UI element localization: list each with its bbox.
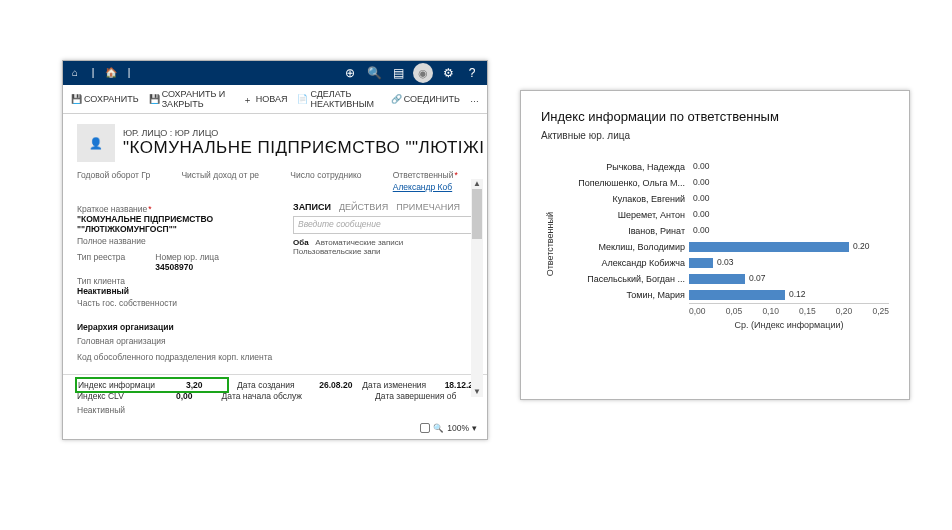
crm-titlebar: ⌂ | 🏠 | ⊕ 🔍 ▤ ◉ ⚙ ?: [63, 61, 487, 85]
parent-org-label: Головная организация: [77, 336, 283, 346]
zoom-status: 🔍 100% ▾: [63, 421, 487, 439]
modified-value: 18.12.2: [445, 380, 473, 390]
idx-info-label: Индекс информаци: [78, 380, 178, 390]
chart-bar-row: Пасельський, Богдан ...0.07: [559, 271, 889, 287]
record-status: Неактивный: [77, 405, 473, 415]
chart-bar-row: Томин, Мария0.12: [559, 287, 889, 303]
help-icon[interactable]: ?: [463, 64, 481, 82]
chart-category-label: Шеремет, Антон: [559, 210, 689, 220]
chart-category-label: Пасельський, Богдан ...: [559, 274, 689, 284]
chart-bar-row: Меклиш, Володимир0.20: [559, 239, 889, 255]
scrollbar-thumb[interactable]: [472, 189, 482, 239]
chart-category-label: Кулаков, Евгений: [559, 194, 689, 204]
home-icon[interactable]: 🏠: [105, 67, 117, 79]
legal-num-value: 34508970: [155, 262, 219, 272]
income-label: Чистый доход от ре: [181, 170, 274, 180]
chart-data-label: 0.00: [693, 177, 710, 187]
vertical-scrollbar[interactable]: ▲ ▼: [471, 179, 483, 397]
add-icon[interactable]: ⊕: [341, 64, 359, 82]
chart-title: Индекс информации по ответственным: [541, 109, 889, 124]
chart-data-label: 0.00: [693, 225, 710, 235]
chart-bar: [689, 242, 849, 252]
chart-tick: 0,15: [799, 306, 816, 316]
header-fields: Годовой оборот Гр Чистый доход от ре Чис…: [63, 166, 487, 196]
record-header: 👤 ЮР. ЛИЦО : ЮР ЛИЦО "КОМУНАЛЬНЕ ПІДПРИЄ…: [63, 114, 487, 166]
chart-y-axis-label: Ответственный: [541, 212, 559, 276]
message-input[interactable]: Введите сообщение: [293, 216, 473, 234]
service-end-label: Дата завершения об: [375, 391, 473, 401]
ownership-label: Часть гос. собственности: [77, 298, 283, 308]
crm-window: ⌂ | 🏠 | ⊕ 🔍 ▤ ◉ ⚙ ? 💾СОХРАНИТЬ 💾СОХРАНИТ…: [62, 60, 488, 440]
short-name-value: "КОМУНАЛЬНЕ ПІДПРИЄМСТВО ""ЛЮТІЖКОМУНГОС…: [77, 214, 283, 234]
registry-label: Тип реестра: [77, 252, 125, 262]
record-title: "КОМУНАЛЬНЕ ПІДПРИЄМСТВО ""ЛЮТІЖІ: [123, 138, 484, 158]
chart-bar-row: Александр Кобижча0.03: [559, 255, 889, 271]
deactivate-button[interactable]: 📄СДЕЛАТЬ НЕАКТИВНЫМ: [297, 89, 380, 109]
idx-info-value: 3,20: [186, 380, 226, 390]
service-start-label: Дата начала обслуж: [222, 391, 320, 401]
tab-actions[interactable]: ДЕЙСТВИЯ: [339, 202, 388, 212]
breadcrumb: ЮР. ЛИЦО : ЮР ЛИЦО: [123, 128, 484, 138]
hierarchy-heading: Иерархия организации: [77, 322, 283, 332]
filter-icon[interactable]: ▤: [389, 64, 407, 82]
activity-pane: ЗАПИСИ ДЕЙСТВИЯ ПРИМЕЧАНИЯ Введите сообщ…: [293, 202, 473, 374]
chart-category-label: Меклиш, Володимир: [559, 242, 689, 252]
record-details: Краткое название "КОМУНАЛЬНЕ ПІДПРИЄМСТВ…: [77, 202, 283, 374]
chart-card: Индекс информации по ответственным Актив…: [520, 90, 910, 400]
modified-label: Дата изменения: [362, 380, 434, 390]
chart-bars: Рычкова, Надежда0.00Попелюшенко, Ольга М…: [559, 159, 889, 303]
created-value: 26.08.20: [319, 380, 352, 390]
avatar[interactable]: ◉: [413, 63, 433, 83]
crm-toolbar: 💾СОХРАНИТЬ 💾СОХРАНИТЬ И ЗАКРЫТЬ ＋НОВАЯ 📄…: [63, 85, 487, 114]
divider: |: [123, 67, 135, 79]
readonly-icon: [420, 423, 430, 433]
save-close-button[interactable]: 💾СОХРАНИТЬ И ЗАКРЫТЬ: [149, 89, 233, 109]
filter-row: Оба Автоматические записи Пользовательск…: [293, 238, 473, 256]
chart-bar: [689, 258, 713, 268]
chart-tick: 0,05: [726, 306, 743, 316]
owner-link[interactable]: Александр Коб: [393, 182, 473, 192]
zoom-value: 100%: [447, 423, 469, 433]
chart-data-label: 0.00: [693, 161, 710, 171]
chart-data-label: 0.07: [749, 273, 766, 283]
short-name-label: Краткое название: [77, 204, 283, 214]
chart-subtitle: Активные юр. лица: [541, 130, 889, 141]
chart-category-label: Александр Кобижча: [559, 258, 689, 268]
chart-bar: [689, 274, 745, 284]
client-type-label: Тип клиента: [77, 276, 283, 286]
chart-bar-row: Іванов, Ринат0.00: [559, 223, 889, 239]
chart-category-label: Попелюшенко, Ольга М...: [559, 178, 689, 188]
chart-category-label: Томин, Мария: [559, 290, 689, 300]
idx-clv-value: 0,00: [176, 391, 212, 401]
client-type-value: Неактивный: [77, 286, 283, 296]
chart-data-label: 0.00: [693, 193, 710, 203]
app-logo-icon[interactable]: ⌂: [69, 67, 81, 79]
idx-clv-label: Индекс CLV: [77, 391, 166, 401]
legal-num-label: Номер юр. лица: [155, 252, 219, 262]
new-button[interactable]: ＋НОВАЯ: [243, 94, 288, 104]
divider: |: [87, 67, 99, 79]
chart-tick: 0,00: [689, 306, 706, 316]
chart-bar: [689, 290, 785, 300]
turnover-label: Годовой оборот Гр: [77, 170, 165, 180]
chart-x-axis-label: Ср. (Индекс информации): [689, 320, 889, 330]
tab-remarks[interactable]: ПРИМЕЧАНИЯ: [396, 202, 460, 212]
chart-data-label: 0.12: [789, 289, 806, 299]
chart-tick: 0,25: [872, 306, 889, 316]
employees-label: Число сотруднико: [290, 170, 376, 180]
connect-button[interactable]: 🔗СОЕДИНИТЬ: [391, 94, 460, 104]
chart-category-label: Рычкова, Надежда: [559, 162, 689, 172]
more-button[interactable]: …: [470, 94, 479, 104]
chart-data-label: 0.20: [853, 241, 870, 251]
record-avatar-icon: 👤: [77, 124, 115, 162]
search-icon[interactable]: 🔍: [365, 64, 383, 82]
gear-icon[interactable]: ⚙: [439, 64, 457, 82]
chart-data-label: 0.00: [693, 209, 710, 219]
chart-x-axis: 0,000,050,100,150,200,25: [689, 303, 889, 316]
chart-bar-row: Попелюшенко, Ольга М...0.00: [559, 175, 889, 191]
record-footer: Индекс информаци 3,20 Дата создания 26.0…: [63, 374, 487, 421]
save-button[interactable]: 💾СОХРАНИТЬ: [71, 94, 139, 104]
chart-category-label: Іванов, Ринат: [559, 226, 689, 236]
tab-notes[interactable]: ЗАПИСИ: [293, 202, 331, 212]
full-name-label: Полное название: [77, 236, 283, 246]
